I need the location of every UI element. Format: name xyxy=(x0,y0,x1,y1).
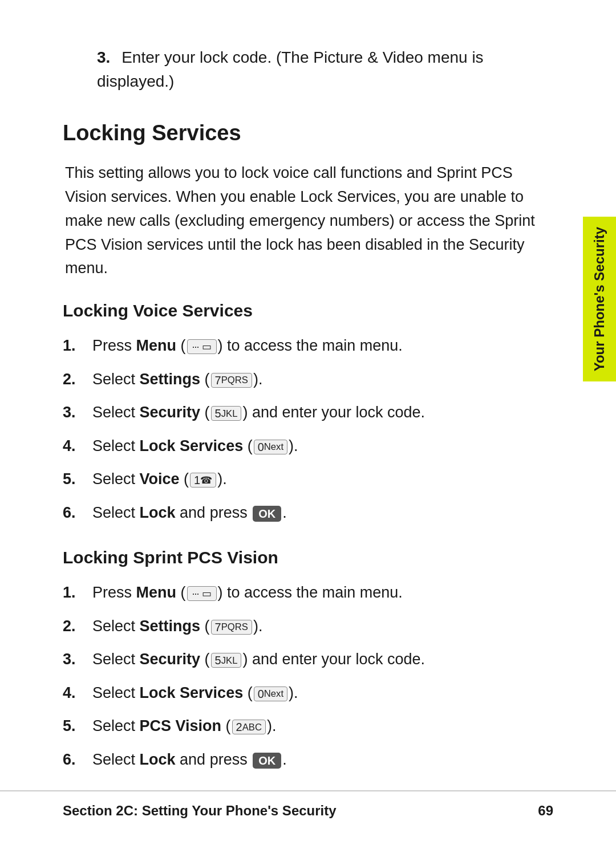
sub-heading-pcs: Locking Sprint PCS Vision xyxy=(63,548,553,567)
voice-step-5-content: Select Voice (1☎). xyxy=(92,468,553,491)
pcs-step-2-bold: Settings xyxy=(140,618,201,635)
pcs-step-6: 6. Select Lock and press OK. xyxy=(63,748,553,771)
intro-step: 3. Enter your lock code. (The Picture & … xyxy=(63,46,553,94)
settings-key-1: 7PQRS xyxy=(211,373,252,388)
sub-heading-voice: Locking Voice Services xyxy=(63,301,553,320)
pcs-step-5: 5. Select PCS Vision (2ABC). xyxy=(63,714,553,738)
ok-button-2: OK xyxy=(253,753,281,769)
voice-step-2-content: Select Settings (7PQRS). xyxy=(92,368,553,391)
pcs-step-2-content: Select Settings (7PQRS). xyxy=(92,615,553,638)
footer-page-number: 69 xyxy=(538,803,553,819)
pcs-step-4-content: Select Lock Services (0Next). xyxy=(92,681,553,705)
ok-button-1: OK xyxy=(253,506,281,522)
pcs-step-6-bold: Lock xyxy=(140,751,176,768)
voice-step-4-content: Select Lock Services (0Next). xyxy=(92,434,553,458)
lockservices-key-1: 0Next xyxy=(254,440,287,454)
side-tab: Your Phone's Security xyxy=(583,217,616,381)
pcs-step-5-num: 5. xyxy=(63,714,92,738)
voice-step-3-bold: Security xyxy=(140,404,201,421)
pcs-step-1-content: Press Menu (··· ▭) to access the main me… xyxy=(92,581,553,604)
voice-step-1-bold: Menu xyxy=(136,337,177,354)
voice-step-2: 2. Select Settings (7PQRS). xyxy=(63,368,553,391)
description: This setting allows you to lock voice ca… xyxy=(63,161,553,281)
security-key-1: 5JKL xyxy=(211,406,242,421)
pcs-step-2: 2. Select Settings (7PQRS). xyxy=(63,615,553,638)
menu-key-2: ··· ▭ xyxy=(187,586,217,601)
voice-step-2-num: 2. xyxy=(63,368,92,391)
pcs-step-5-bold: PCS Vision xyxy=(140,717,222,734)
pcs-step-4-num: 4. xyxy=(63,681,92,705)
voice-step-4: 4. Select Lock Services (0Next). xyxy=(63,434,553,458)
settings-key-2: 7PQRS xyxy=(211,620,252,635)
pcs-step-6-num: 6. xyxy=(63,748,92,771)
security-key-2: 5JKL xyxy=(211,653,242,668)
voice-step-6-content: Select Lock and press OK. xyxy=(92,501,553,525)
voice-steps-list: 1. Press Menu (··· ▭) to access the main… xyxy=(63,334,553,524)
pcs-step-4-bold: Lock Services xyxy=(140,684,244,701)
pcsvision-key: 2ABC xyxy=(232,720,266,734)
voice-step-3-num: 3. xyxy=(63,401,92,424)
intro-step-number: 3. xyxy=(97,48,110,66)
pcs-step-5-content: Select PCS Vision (2ABC). xyxy=(92,714,553,738)
page-container: Your Phone's Security 3. Enter your lock… xyxy=(0,0,616,853)
section-heading: Locking Services xyxy=(63,121,553,145)
voice-step-4-num: 4. xyxy=(63,434,92,458)
pcs-step-6-content: Select Lock and press OK. xyxy=(92,748,553,771)
voice-step-4-bold: Lock Services xyxy=(140,437,244,454)
pcs-step-1: 1. Press Menu (··· ▭) to access the main… xyxy=(63,581,553,604)
pcs-steps-list: 1. Press Menu (··· ▭) to access the main… xyxy=(63,581,553,771)
menu-key-1: ··· ▭ xyxy=(187,339,217,354)
voice-step-1-content: Press Menu (··· ▭) to access the main me… xyxy=(92,334,553,358)
voice-step-5-bold: Voice xyxy=(140,470,180,488)
voice-step-6: 6. Select Lock and press OK. xyxy=(63,501,553,525)
voice-key-1: 1☎ xyxy=(190,473,216,488)
footer-section-label: Section 2C: Setting Your Phone's Securit… xyxy=(63,803,337,819)
voice-step-3-content: Select Security (5JKL) and enter your lo… xyxy=(92,401,553,424)
voice-step-6-num: 6. xyxy=(63,501,92,525)
voice-step-5-num: 5. xyxy=(63,468,92,491)
voice-step-1-num: 1. xyxy=(63,334,92,358)
pcs-step-1-bold: Menu xyxy=(136,584,177,601)
pcs-step-3-num: 3. xyxy=(63,648,92,671)
pcs-step-3-bold: Security xyxy=(140,651,201,668)
voice-step-1: 1. Press Menu (··· ▭) to access the main… xyxy=(63,334,553,358)
voice-step-2-bold: Settings xyxy=(140,371,201,388)
page-footer: Section 2C: Setting Your Phone's Securit… xyxy=(0,790,616,819)
pcs-step-3: 3. Select Security (5JKL) and enter your… xyxy=(63,648,553,671)
pcs-step-3-content: Select Security (5JKL) and enter your lo… xyxy=(92,648,553,671)
pcs-step-1-num: 1. xyxy=(63,581,92,604)
voice-step-3: 3. Select Security (5JKL) and enter your… xyxy=(63,401,553,424)
pcs-step-2-num: 2. xyxy=(63,615,92,638)
intro-step-text: 3. Enter your lock code. (The Picture & … xyxy=(97,46,553,94)
voice-step-6-bold: Lock xyxy=(140,504,176,521)
voice-step-5: 5. Select Voice (1☎). xyxy=(63,468,553,491)
side-tab-label: Your Phone's Security xyxy=(591,227,608,371)
lockservices-key-2: 0Next xyxy=(254,687,287,701)
pcs-step-4: 4. Select Lock Services (0Next). xyxy=(63,681,553,705)
